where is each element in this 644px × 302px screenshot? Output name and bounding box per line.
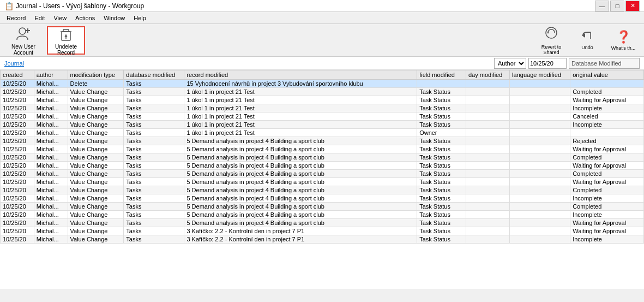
svg-marker-10 [547, 32, 549, 34]
table-row[interactable]: 10/25/20Michal...Value ChangeTasks1 úkol… [1, 112, 644, 121]
menu-edit[interactable]: Edit [30, 14, 49, 22]
table-cell: 10/25/20 [1, 235, 34, 244]
date-filter-input[interactable] [528, 58, 567, 69]
col-header-modtype[interactable]: modification type [68, 70, 124, 80]
table-cell: Delete [68, 80, 124, 88]
table-cell: Completed [570, 88, 644, 96]
table-cell: Incomplete [570, 211, 644, 219]
table-cell: Michal... [34, 186, 68, 194]
col-header-langmod[interactable]: language modified [510, 70, 570, 80]
table-cell: 1 úkol 1 in project 21 Test [184, 112, 417, 121]
status-filter-input[interactable] [569, 58, 640, 69]
menu-window[interactable]: Window [99, 14, 129, 22]
table-cell: Tasks [124, 145, 184, 153]
col-header-dbmod[interactable]: database modified [124, 70, 184, 80]
table-row[interactable]: 10/25/20Michal...Value ChangeTasks5 Dema… [1, 194, 644, 203]
table-cell: 3 Kafíčko: 2.2 - Kontrolní den in projec… [184, 235, 417, 244]
title-text: Journal - Users - Vývoj šablony - Workgr… [16, 2, 144, 10]
table-cell [466, 235, 509, 244]
table-row[interactable]: 10/25/20Michal...Value ChangeTasks1 úkol… [1, 96, 644, 104]
table-cell: 5 Demand analysis in project 4 Building … [184, 186, 417, 194]
table-cell: Incomplete [570, 121, 644, 129]
table-row[interactable]: 10/25/20Michal...Value ChangeTasks5 Dema… [1, 211, 644, 219]
table-cell: Michal... [34, 80, 68, 88]
undelete-icon [57, 25, 75, 43]
table-cell: 10/25/20 [1, 170, 34, 178]
table-row[interactable]: 10/25/20Michal...Value ChangeTasks3 Kafí… [1, 235, 644, 244]
table-cell: 5 Demand analysis in project 4 Building … [184, 145, 417, 153]
table-cell: 10/25/20 [1, 112, 34, 121]
menu-help[interactable]: Help [129, 14, 151, 22]
toolbar-right: Revert to Shared Undo ❓ What's th... [535, 26, 640, 55]
table-cell [570, 80, 644, 88]
col-header-origval[interactable]: original value [570, 70, 644, 80]
new-user-account-button[interactable]: New User Account [4, 26, 43, 55]
menu-view[interactable]: View [49, 14, 71, 22]
close-button[interactable]: ✕ [625, 1, 640, 11]
table-cell: 3 Kafíčko: 2.2 - Kontrolní den in projec… [184, 227, 417, 235]
table-cell: Michal... [34, 112, 68, 121]
table-row[interactable]: 10/25/20Michal...Value ChangeTasks1 úkol… [1, 121, 644, 129]
table-cell: 5 Demand analysis in project 4 Building … [184, 162, 417, 170]
col-header-author[interactable]: author [34, 70, 68, 80]
revert-icon [544, 25, 559, 43]
table-row[interactable]: 10/25/20Michal...DeleteTasks15 Vyhodnoce… [1, 80, 644, 88]
col-header-recmod[interactable]: record modified [184, 70, 417, 80]
table-row[interactable]: 10/25/20Michal...Value ChangeTasks5 Dema… [1, 170, 644, 178]
undelete-record-button[interactable]: Undelete Record [47, 26, 85, 55]
table-cell: 1 úkol 1 in project 21 Test [184, 88, 417, 96]
table-row[interactable]: 10/25/20Michal...Value ChangeTasks5 Dema… [1, 162, 644, 170]
table-cell [570, 129, 644, 137]
table-row[interactable]: 10/25/20Michal...Value ChangeTasks1 úkol… [1, 88, 644, 96]
col-header-fieldmod[interactable]: field modified [417, 70, 466, 80]
table-cell: Incomplete [570, 104, 644, 112]
table-row[interactable]: 10/25/20Michal...Value ChangeTasks3 Kafí… [1, 227, 644, 235]
table-cell: Tasks [124, 211, 184, 219]
col-header-created[interactable]: created [1, 70, 34, 80]
table-cell: Task Status [417, 121, 466, 129]
table-row[interactable]: 10/25/20Michal...Value ChangeTasks5 Dema… [1, 203, 644, 211]
table-row[interactable]: 10/25/20Michal...Value ChangeTasks1 úkol… [1, 104, 644, 112]
menu-actions[interactable]: Actions [71, 14, 99, 22]
table-row[interactable]: 10/25/20Michal...Value ChangeTasks5 Dema… [1, 219, 644, 227]
table-cell: Value Change [68, 219, 124, 227]
table-cell: Value Change [68, 186, 124, 194]
table-cell [466, 80, 509, 88]
revert-to-shared-button[interactable]: Revert to Shared [535, 26, 568, 55]
table-cell: 10/25/20 [1, 96, 34, 104]
menu-bar: Record Edit View Actions Window Help [0, 12, 644, 24]
table-cell: Michal... [34, 211, 68, 219]
table-cell [510, 227, 570, 235]
table-cell: Value Change [68, 145, 124, 153]
undo-button[interactable]: Undo [571, 26, 604, 55]
table-cell [466, 194, 509, 203]
whats-this-button[interactable]: ❓ What's th... [607, 26, 640, 55]
table-cell: Value Change [68, 170, 124, 178]
table-row[interactable]: 10/25/20Michal...Value ChangeTasks5 Dema… [1, 137, 644, 145]
table-cell: Michal... [34, 121, 68, 129]
undo-icon [580, 30, 595, 44]
table-cell: Tasks [124, 137, 184, 145]
table-cell: 5 Demand analysis in project 4 Building … [184, 178, 417, 186]
col-header-daymod[interactable]: day modified [466, 70, 509, 80]
table-cell: Tasks [124, 194, 184, 203]
maximize-button[interactable]: □ [610, 1, 624, 11]
undo-label: Undo [581, 45, 593, 50]
table-cell: Tasks [124, 104, 184, 112]
minimize-button[interactable]: — [595, 1, 609, 11]
table-cell [466, 211, 509, 219]
table-cell: Michal... [34, 178, 68, 186]
table-cell: Tasks [124, 170, 184, 178]
table-row[interactable]: 10/25/20Michal...Value ChangeTasks5 Dema… [1, 145, 644, 153]
table-row[interactable]: 10/25/20Michal...Value ChangeTasks5 Dema… [1, 153, 644, 162]
table-row[interactable]: 10/25/20Michal...Value ChangeTasks5 Dema… [1, 178, 644, 186]
table-row[interactable]: 10/25/20Michal...Value ChangeTasks1 úkol… [1, 129, 644, 137]
app-icon: 📋 [4, 2, 14, 10]
author-filter-select[interactable]: Author [494, 58, 526, 69]
table-cell: Tasks [124, 80, 184, 88]
journal-breadcrumb[interactable]: Journal [4, 60, 24, 67]
table-row[interactable]: 10/25/20Michal...Value ChangeTasks5 Dema… [1, 186, 644, 194]
table-cell: Task Status [417, 162, 466, 170]
menu-record[interactable]: Record [2, 14, 30, 22]
table-cell: 10/25/20 [1, 194, 34, 203]
